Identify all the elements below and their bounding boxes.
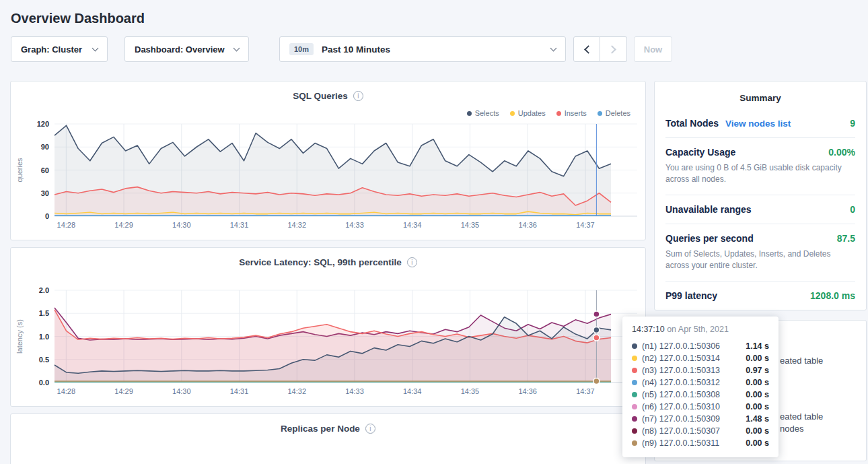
p99-latency-value: 1208.0 ms: [810, 290, 855, 301]
qps-subtext: Sum of Selects, Updates, Inserts, and De…: [665, 248, 855, 272]
svg-text:14:37: 14:37: [576, 221, 595, 229]
svg-text:14:30: 14:30: [172, 221, 191, 229]
svg-text:14:29: 14:29: [114, 221, 133, 229]
overview-dashboard-page: Overview Dashboard Graph: Cluster Dashbo…: [0, 0, 868, 464]
legend-item-deletes: Deletes: [598, 109, 630, 117]
event-item[interactable]: nodes: [780, 424, 803, 434]
svg-text:14:36: 14:36: [518, 387, 537, 395]
node-series-dot: [632, 392, 637, 397]
summary-title: Summary: [665, 81, 855, 109]
svg-text:0.0: 0.0: [39, 378, 49, 387]
node-series-dot: [632, 428, 637, 434]
svg-text:14:31: 14:31: [230, 387, 249, 395]
svg-text:14:33: 14:33: [345, 221, 364, 229]
time-next-button[interactable]: [600, 36, 627, 62]
total-nodes-label: Total Nodes: [665, 118, 719, 129]
tooltip-row: (n1) 127.0.0.1:50306 1.14 s: [632, 340, 769, 352]
summary-p99-latency: P99 latency 1208.0 ms: [665, 281, 855, 310]
updates-series-dot: [510, 111, 515, 116]
svg-text:queries: queries: [15, 158, 24, 183]
capacity-usage-subtext: You are using 0 B of 4.5 GiB usable disk…: [665, 162, 855, 186]
node-address: (n4) 127.0.0.1:50312: [642, 378, 740, 387]
replicas-per-node-panel: Replicas per Node i: [10, 413, 646, 464]
sql-queries-chart[interactable]: 030609012014:2814:2914:3014:3114:3214:33…: [13, 120, 643, 236]
svg-text:14:37: 14:37: [576, 387, 595, 395]
service-latency-chart[interactable]: 0.00.51.01.52.014:2814:2914:3014:3114:32…: [13, 286, 643, 402]
tooltip-row: (n3) 127.0.0.1:50313 0.97 s: [632, 364, 769, 376]
tooltip-row: (n9) 127.0.0.1:50311 0.00 s: [632, 437, 769, 449]
svg-text:14:32: 14:32: [287, 221, 306, 229]
node-address: (n2) 127.0.0.1:50314: [642, 354, 740, 363]
node-series-dot: [632, 416, 637, 422]
svg-text:120: 120: [37, 120, 49, 128]
node-series-dot: [632, 404, 637, 409]
summary-unavailable-ranges: Unavailable ranges 0: [665, 195, 855, 224]
legend-label: Deletes: [606, 109, 630, 117]
chevron-down-icon: [233, 45, 240, 52]
now-button[interactable]: Now: [634, 36, 672, 62]
sql-queries-panel: SQL Queries i Selects Updates Inserts: [10, 81, 646, 240]
node-latency-value: 1.14 s: [746, 341, 769, 351]
svg-text:14:33: 14:33: [345, 387, 364, 395]
svg-text:60: 60: [41, 166, 49, 174]
node-latency-value: 0.97 s: [746, 366, 769, 375]
tooltip-row: (n7) 127.0.0.1:50309 1.48 s: [632, 413, 769, 425]
svg-text:2.0: 2.0: [39, 286, 49, 294]
info-icon[interactable]: i: [353, 91, 363, 101]
service-latency-panel: Service Latency: SQL, 99th percentile i …: [10, 247, 646, 407]
node-series-dot: [632, 356, 637, 361]
tooltip-row: (n4) 127.0.0.1:50312 0.00 s: [632, 376, 769, 389]
chart-hover-tooltip: 14:37:10 on Apr 5th, 2021 (n1) 127.0.0.1…: [622, 317, 779, 457]
replicas-per-node-title: Replicas per Node: [281, 424, 360, 434]
legend-item-selects: Selects: [467, 109, 499, 117]
time-range-dropdown[interactable]: 10m Past 10 Minutes: [279, 36, 566, 62]
svg-text:90: 90: [41, 143, 49, 151]
time-prev-button[interactable]: [573, 36, 600, 62]
legend-label: Selects: [475, 109, 499, 117]
node-series-dot: [632, 440, 637, 446]
deletes-series-dot: [598, 111, 602, 116]
page-title: Overview Dashboard: [0, 0, 868, 26]
summary-capacity-usage: Capacity Usage 0.00% You are using 0 B o…: [665, 138, 855, 195]
node-address: (n1) 127.0.0.1:50306: [642, 341, 740, 351]
event-item[interactable]: eated table: [780, 411, 823, 422]
tooltip-timestamp: 14:37:10 on Apr 5th, 2021: [632, 325, 769, 334]
chevron-left-icon: [584, 45, 593, 54]
service-latency-title: Service Latency: SQL, 99th percentile: [239, 257, 402, 267]
tooltip-date: on Apr 5th, 2021: [665, 325, 729, 334]
capacity-usage-value: 0.00%: [828, 147, 855, 158]
node-latency-value: 0.00 s: [746, 390, 769, 399]
legend-label: Inserts: [565, 109, 587, 117]
unavailable-ranges-label: Unavailable ranges: [665, 204, 752, 215]
view-nodes-list-link[interactable]: View nodes list: [725, 119, 791, 129]
svg-text:14:28: 14:28: [57, 221, 76, 229]
sql-queries-title: SQL Queries: [293, 91, 348, 101]
node-address: (n3) 127.0.0.1:50313: [642, 366, 740, 375]
info-icon[interactable]: i: [365, 424, 375, 434]
chevron-down-icon: [550, 45, 557, 52]
svg-text:1.0: 1.0: [39, 333, 49, 341]
node-address: (n6) 127.0.0.1:50310: [642, 402, 740, 411]
graph-dropdown[interactable]: Graph: Cluster: [11, 36, 108, 62]
legend-item-inserts: Inserts: [556, 109, 587, 117]
node-address: (n9) 127.0.0.1:50311: [642, 438, 740, 448]
chevron-down-icon: [92, 45, 99, 52]
legend-label: Updates: [518, 109, 546, 117]
node-latency-value: 0.00 s: [746, 438, 769, 448]
svg-text:1.5: 1.5: [39, 309, 49, 317]
svg-text:0.5: 0.5: [39, 356, 49, 364]
time-range-label: Past 10 Minutes: [322, 44, 544, 55]
svg-text:14:31: 14:31: [230, 221, 249, 229]
dashboard-dropdown[interactable]: Dashboard: Overview: [124, 36, 249, 62]
event-item[interactable]: eated table: [780, 356, 823, 366]
svg-text:14:35: 14:35: [461, 221, 480, 229]
unavailable-ranges-value: 0: [850, 204, 855, 215]
node-series-dot: [632, 368, 637, 373]
node-series-dot: [632, 380, 637, 385]
capacity-usage-label: Capacity Usage: [665, 147, 735, 158]
total-nodes-value: 9: [850, 118, 855, 129]
info-icon[interactable]: i: [407, 257, 417, 267]
svg-text:0: 0: [45, 212, 49, 220]
inserts-series-dot: [556, 111, 561, 116]
p99-latency-label: P99 latency: [665, 290, 717, 301]
